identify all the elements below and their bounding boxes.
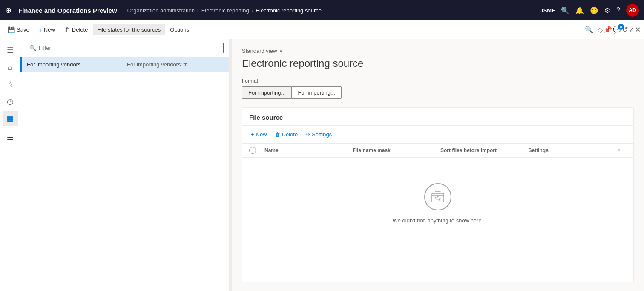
select-all-checkbox[interactable] bbox=[249, 147, 256, 154]
format-pill-1[interactable]: For importing... bbox=[242, 86, 291, 99]
format-pill-2[interactable]: For importing... bbox=[291, 86, 341, 99]
breadcrumb-chevron1: › bbox=[197, 8, 199, 13]
svg-rect-2 bbox=[7, 139, 13, 140]
col-name-header: Name bbox=[264, 147, 353, 153]
empty-state: We didn't find anything to show here. bbox=[242, 158, 633, 249]
new-icon: + bbox=[39, 26, 42, 33]
delete-icon: 🗑 bbox=[64, 26, 70, 33]
notifications-button[interactable]: 🔔 bbox=[575, 6, 584, 14]
page-title: Electronic reporting source bbox=[242, 58, 634, 69]
svg-point-8 bbox=[439, 199, 440, 201]
sidenav-list[interactable] bbox=[3, 130, 18, 145]
fs-new-label: New bbox=[256, 131, 267, 138]
breadcrumb-electronic-reporting[interactable]: Electronic reporting bbox=[201, 7, 249, 14]
save-label: Save bbox=[17, 26, 29, 33]
breadcrumb-current: Electronic reporting source bbox=[256, 7, 322, 14]
svg-point-4 bbox=[435, 197, 437, 199]
app-grid-icon[interactable]: ⊕ bbox=[5, 6, 12, 15]
detach-button[interactable]: ⤢ bbox=[629, 26, 634, 34]
pin-button[interactable]: 📌 bbox=[604, 26, 612, 34]
fs-new-icon: + bbox=[251, 131, 254, 138]
options-button[interactable]: Options bbox=[166, 24, 193, 35]
close-button[interactable]: ✕ bbox=[635, 26, 641, 34]
detail-panel: Standard view ∨ Electronic reporting sou… bbox=[232, 39, 644, 291]
standard-view-chevron[interactable]: ∨ bbox=[279, 49, 282, 53]
format-section: Format For importing... For importing... bbox=[242, 78, 634, 99]
toolbar-search-button[interactable]: 🔍 bbox=[583, 24, 595, 36]
sidenav-home[interactable]: ⌂ bbox=[3, 60, 18, 75]
app-title: Finance and Operations Preview bbox=[18, 7, 117, 14]
list-item-col2: For importing vendors' tr... bbox=[127, 61, 224, 68]
file-states-label: File states for the sources bbox=[97, 26, 161, 33]
top-nav-right-icons: USMF 🔍 🔔 🙂 ⚙ ? AD bbox=[539, 4, 639, 17]
settings-button[interactable]: ⚙ bbox=[604, 6, 610, 14]
empty-text: We didn't find anything to show here. bbox=[393, 217, 483, 224]
breadcrumb-chevron2: › bbox=[252, 8, 253, 13]
sidenav-favorites[interactable]: ☆ bbox=[3, 77, 18, 92]
avatar[interactable]: AD bbox=[626, 4, 639, 17]
fs-delete-button[interactable]: 🗑 Delete bbox=[271, 129, 302, 140]
side-nav: ☰ ⌂ ☆ ◷ ▦ bbox=[0, 39, 20, 291]
message-badge: 0 bbox=[618, 24, 624, 30]
fs-new-button[interactable]: + New bbox=[247, 129, 270, 140]
svg-rect-1 bbox=[7, 137, 13, 138]
save-icon: 💾 bbox=[8, 26, 15, 33]
svg-point-5 bbox=[437, 196, 439, 198]
svg-rect-0 bbox=[7, 135, 13, 135]
fs-settings-icon: ⇔ bbox=[305, 131, 310, 138]
svg-point-7 bbox=[437, 199, 438, 200]
bookmark-button[interactable]: ◇ bbox=[598, 26, 603, 34]
sidenav-recent[interactable]: ◷ bbox=[3, 94, 18, 109]
company-label: USMF bbox=[539, 7, 555, 14]
svg-rect-3 bbox=[432, 193, 444, 202]
delete-button[interactable]: 🗑 Delete bbox=[60, 24, 92, 36]
standard-view-bar: Standard view ∨ bbox=[242, 48, 634, 54]
list-items: For importing vendors... For importing v… bbox=[20, 57, 229, 291]
filter-input[interactable] bbox=[39, 45, 220, 51]
sidenav-menu[interactable]: ☰ bbox=[3, 43, 18, 58]
format-label: Format bbox=[242, 78, 634, 84]
filter-icon: 🔍 bbox=[29, 45, 36, 51]
list-item[interactable]: For importing vendors... For importing v… bbox=[20, 57, 229, 72]
col-mask-header: File name mask bbox=[353, 147, 441, 153]
filter-input-wrapper: 🔍 bbox=[26, 43, 224, 53]
help-button[interactable]: ? bbox=[616, 6, 620, 14]
col-settings-header: Settings bbox=[529, 147, 617, 153]
col-sort-header: Sort files before import bbox=[440, 147, 529, 153]
col-more-header: ⋮ bbox=[616, 147, 627, 154]
search-nav-button[interactable]: 🔍 bbox=[561, 6, 569, 14]
file-source-header: File source bbox=[242, 108, 633, 126]
fs-delete-label: Delete bbox=[282, 131, 298, 138]
fs-settings-button[interactable]: ⇔ Settings bbox=[302, 129, 335, 140]
file-source-toolbar: + New 🗑 Delete ⇔ Settings bbox=[242, 126, 633, 144]
sidenav-workspaces[interactable]: ▦ bbox=[3, 111, 18, 126]
list-item-col1: For importing vendors... bbox=[27, 61, 124, 68]
format-pills: For importing... For importing... bbox=[242, 86, 634, 99]
fs-delete-icon: 🗑 bbox=[275, 131, 280, 138]
new-button[interactable]: + New bbox=[34, 24, 59, 36]
feedback-button[interactable]: 🙂 bbox=[590, 6, 598, 14]
svg-point-6 bbox=[440, 198, 441, 199]
options-label: Options bbox=[170, 26, 189, 33]
table-header: Name File name mask Sort files before im… bbox=[242, 144, 633, 158]
file-source-section: File source + New 🗑 Delete ⇔ Settings bbox=[242, 107, 634, 282]
delete-label: Delete bbox=[72, 26, 88, 33]
breadcrumb: Organization administration › Electronic… bbox=[127, 7, 536, 14]
col-check-header bbox=[249, 147, 264, 154]
main-layout: ☰ ⌂ ☆ ◷ ▦ 🔍 For importing vendors... For… bbox=[0, 39, 644, 291]
file-states-button[interactable]: File states for the sources bbox=[93, 24, 165, 35]
filter-bar: 🔍 bbox=[20, 39, 229, 57]
top-nav: ⊕ Finance and Operations Preview Organiz… bbox=[0, 0, 644, 20]
main-toolbar: 💾 Save + New 🗑 Delete File states for th… bbox=[0, 20, 644, 39]
new-label: New bbox=[44, 26, 55, 33]
standard-view-label: Standard view bbox=[242, 48, 277, 54]
breadcrumb-org-admin[interactable]: Organization administration bbox=[127, 7, 195, 14]
list-panel: 🔍 For importing vendors... For importing… bbox=[20, 39, 229, 291]
empty-icon bbox=[424, 183, 451, 210]
save-button[interactable]: 💾 Save bbox=[3, 24, 34, 36]
fs-settings-label: Settings bbox=[312, 131, 332, 138]
